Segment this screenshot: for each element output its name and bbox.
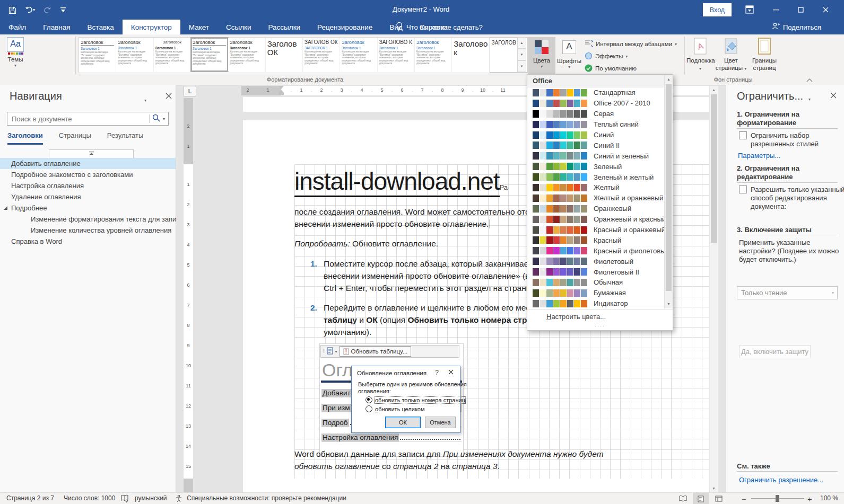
style-set-card[interactable]: ЗаголовокЗаголовок 1Коллекции на вкладке… [228, 38, 265, 72]
document-search-box[interactable]: ▾ [7, 112, 169, 126]
limit-styles-checkbox[interactable] [739, 131, 747, 141]
nav-tab[interactable]: Страницы [59, 131, 91, 145]
first-line-indent-marker[interactable] [279, 86, 284, 89]
dropdown-scroll-down-icon[interactable]: ▾ [665, 302, 673, 306]
tell-me-box[interactable]: Что вы хотите сделать? [396, 20, 483, 34]
dropdown-scroll-up-icon[interactable]: ▴ [665, 77, 673, 82]
color-scheme-item[interactable]: Обычная [527, 277, 673, 288]
style-set-card[interactable]: ЗаголовокЗаголовок 1Коллекции на вкладке… [154, 38, 191, 72]
editing-restriction-checkbox[interactable] [739, 185, 747, 195]
style-set-card[interactable]: ЗаголовокЗаголовок 1Коллекции на вкладке… [116, 38, 153, 72]
color-scheme-item[interactable]: Фиолетовый II [527, 267, 673, 277]
toc-menu-caret-icon[interactable]: ▾ [335, 349, 337, 354]
scroll-down-icon[interactable]: ▾ [710, 486, 718, 491]
color-scheme-item[interactable]: Красный и оранжевый [527, 225, 673, 235]
accessibility-icon[interactable] [175, 494, 182, 502]
color-scheme-item[interactable]: Зеленый и желтый [527, 172, 673, 182]
read-mode-button[interactable] [675, 493, 691, 504]
gallery-expand-icon[interactable]: ▾ [517, 60, 526, 72]
ribbon-tab[interactable]: Вставка [79, 20, 123, 34]
scrollbar-thumb[interactable] [711, 94, 717, 243]
color-scheme-item[interactable]: Оранжевый и красный [527, 214, 673, 225]
toc-menu-icon[interactable] [327, 347, 333, 356]
web-layout-button[interactable] [711, 493, 727, 504]
color-scheme-item[interactable]: Синий II [527, 140, 673, 151]
search-caret-icon[interactable]: ▾ [163, 117, 168, 121]
dropdown-scroll-thumb[interactable] [666, 84, 672, 291]
ribbon-tab[interactable]: Конструктор [123, 20, 180, 34]
ribbon-display-options-icon[interactable] [744, 4, 755, 15]
restrict-permission-link[interactable]: Ограничить разрешение... [739, 476, 823, 484]
watermark-button[interactable]: A Подложка▾ [686, 38, 714, 73]
ribbon-tab[interactable]: Главная [34, 20, 79, 34]
nav-heading-item[interactable]: Добавить оглавление [0, 158, 176, 169]
color-scheme-item[interactable]: Office 2007 - 2010 [527, 98, 673, 109]
ribbon-tab[interactable]: Рассылки [260, 20, 309, 34]
color-scheme-item[interactable]: Оранжевый [527, 204, 673, 214]
color-scheme-item[interactable]: Красный [527, 235, 673, 245]
customize-colors-item[interactable]: Настроить цвета... [527, 309, 673, 323]
maximize-button[interactable] [789, 0, 813, 20]
jump-to-top-bar[interactable] [49, 149, 134, 158]
left-indent-marker[interactable] [279, 93, 284, 95]
ok-button[interactable]: ОК [385, 417, 421, 428]
tab-selector[interactable]: L [184, 86, 196, 96]
vertical-ruler[interactable]: 21123456789101112131415 [184, 98, 193, 492]
color-scheme-item[interactable]: Желтый [527, 182, 673, 193]
gallery-scroll-up-icon[interactable]: ▴ [517, 37, 526, 49]
ribbon-tab[interactable]: Рецензирование [309, 20, 381, 34]
colors-button[interactable]: Цвета ▾ [528, 37, 555, 74]
zoom-slider-thumb[interactable] [776, 495, 779, 502]
ribbon-tab[interactable]: Файл [0, 20, 34, 34]
word-count[interactable]: Число слов: 1000 [64, 494, 115, 502]
print-layout-button[interactable] [693, 493, 709, 504]
drag-handle-icon[interactable]: ⁞ [323, 349, 325, 354]
restrict-options-caret-icon[interactable]: ▾ [808, 94, 811, 102]
nav-heading-item[interactable]: Подробнее [0, 202, 176, 214]
color-scheme-item[interactable]: Зеленый [527, 161, 673, 172]
nav-tab[interactable]: Результаты [107, 131, 143, 145]
scroll-up-icon[interactable]: ▴ [710, 87, 718, 92]
effects-button[interactable]: Эффекты ▾ [585, 51, 628, 61]
update-toc-dialog[interactable]: Обновление оглавления ? Выберите один из… [351, 366, 460, 433]
pane-options-caret-icon[interactable]: ▾ [144, 94, 146, 104]
style-set-card[interactable]: ЗаголовокЗаголовок 1Коллекции на вкладке… [340, 38, 377, 72]
nav-heading-item[interactable]: Удаление оглавления [0, 191, 176, 202]
radio-update-page-numbers[interactable]: обновить только номера страниц [366, 396, 465, 403]
search-input[interactable] [7, 114, 149, 123]
collapse-triangle-icon[interactable] [4, 206, 7, 210]
share-button[interactable]: Поделиться [772, 20, 821, 34]
sign-in-button[interactable]: Вход [703, 3, 732, 16]
gallery-scroll-down-icon[interactable]: ▾ [517, 49, 526, 60]
radio-update-entire-table[interactable]: обновить целиком [366, 405, 425, 412]
color-scheme-item[interactable]: Синий [527, 130, 673, 140]
undo-caret-icon[interactable]: ▾ [33, 7, 35, 12]
paragraph-spacing-button[interactable]: Интервал между абзацами ▾ [585, 39, 677, 49]
vertical-scrollbar[interactable]: ▴ ▾ [710, 86, 718, 492]
update-table-button[interactable]: ! Обновить таблицу... [340, 346, 412, 357]
close-button[interactable] [814, 0, 838, 20]
color-scheme-item[interactable]: Теплый синий [527, 119, 673, 130]
page-indicator[interactable]: Страница 2 из 7 [6, 494, 54, 502]
themes-button[interactable]: Aa Темы ▾ [3, 37, 28, 68]
color-scheme-item[interactable]: Индикатор [527, 298, 673, 309]
page-borders-button[interactable]: Границыстраниц [749, 38, 780, 72]
redo-icon[interactable] [41, 4, 53, 16]
fonts-button[interactable]: А Шрифты ▾ [556, 37, 582, 69]
dropdown-scrollbar[interactable]: ▴ ▾ [664, 75, 673, 308]
color-scheme-item[interactable]: Желтый и оранжевый [527, 193, 673, 204]
dialog-help-button[interactable]: ? [435, 369, 439, 376]
accessibility-status[interactable]: Специальные возможности: проверьте реком… [187, 494, 346, 502]
nav-heading-item[interactable]: Подробное знакомство с заголовками [0, 169, 176, 180]
style-set-card[interactable]: Заголов ОК [266, 38, 303, 72]
ribbon-tab[interactable]: Ссылки [217, 20, 260, 34]
nav-heading-item[interactable]: Справка в Word [0, 236, 176, 247]
color-scheme-item[interactable]: Фиолетовый [527, 256, 673, 267]
minimize-button[interactable] [764, 0, 788, 20]
set-default-button[interactable]: По умолчанию [585, 63, 637, 74]
style-set-card[interactable]: ЗаголовокЗаголовок 1Коллекции на вкладке… [415, 38, 452, 72]
ribbon-tab[interactable]: Макет [180, 20, 217, 34]
style-set-card[interactable]: ЗАГОЛОВ ОКЗАГОЛОВОК 1Коллекции на вкладк… [303, 38, 340, 72]
document-heading[interactable]: install-download.netРа [294, 167, 508, 196]
nav-tab[interactable]: Заголовки [7, 131, 43, 145]
